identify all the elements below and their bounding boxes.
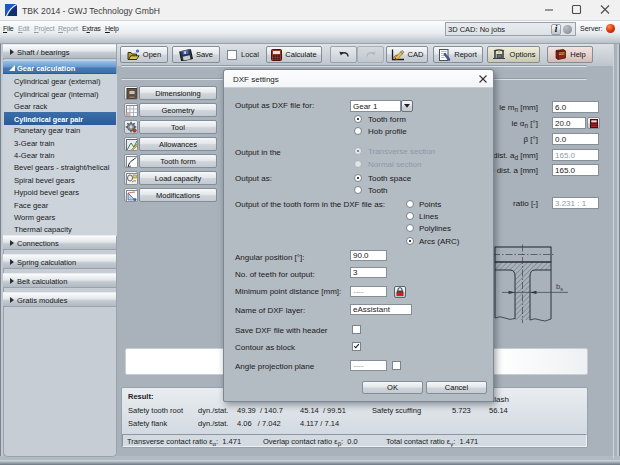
svg-text:bs: bs — [556, 282, 563, 292]
